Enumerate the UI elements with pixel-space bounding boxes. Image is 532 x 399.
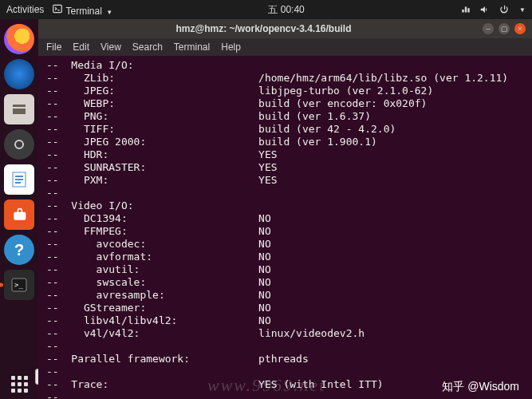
menu-file[interactable]: File (46, 41, 61, 53)
dock: ? >_ (0, 19, 38, 399)
terminal-output[interactable]: -- Media I/O: -- ZLib: /home/hmz/arm64/l… (38, 56, 532, 399)
libreoffice-writer-icon[interactable] (4, 164, 34, 195)
menu-view[interactable]: View (100, 41, 121, 53)
menu-help[interactable]: Help (221, 41, 241, 53)
thunderbird-icon[interactable] (4, 59, 34, 89)
terminal-window: hmz@hmz: ~/work/opencv-3.4.16/build – ▢ … (38, 19, 532, 399)
dropdown-icon: ▼ (519, 6, 526, 14)
menu-terminal[interactable]: Terminal (174, 41, 210, 53)
svg-rect-4 (15, 182, 21, 184)
window-title: hmz@hmz: ~/work/opencv-3.4.16/build (45, 23, 483, 34)
window-titlebar[interactable]: hmz@hmz: ~/work/opencv-3.4.16/build – ▢ … (38, 19, 532, 38)
menu-bar: File Edit View Search Terminal Help (38, 38, 532, 56)
help-icon[interactable]: ? (4, 235, 34, 265)
svg-rect-0 (53, 5, 62, 12)
menu-search[interactable]: Search (132, 41, 163, 53)
activities-button[interactable]: Activities (6, 4, 44, 15)
terminal-app-icon[interactable]: >_ (4, 270, 34, 300)
clock[interactable]: 五 00:40 (112, 3, 460, 17)
files-icon[interactable] (4, 94, 34, 124)
minimize-button[interactable]: – (483, 23, 494, 34)
rhythmbox-icon[interactable] (4, 129, 34, 160)
volume-icon[interactable] (479, 4, 491, 15)
svg-rect-3 (15, 179, 23, 180)
terminal-icon (52, 3, 63, 14)
svg-rect-2 (15, 176, 23, 177)
svg-text:>_: >_ (14, 281, 23, 289)
maximize-button[interactable]: ▢ (499, 23, 510, 34)
software-icon[interactable] (4, 200, 34, 230)
firefox-icon[interactable] (4, 24, 34, 54)
top-bar: Activities Terminal ▼ 五 00:40 ▼ (0, 0, 532, 19)
app-menu[interactable]: Terminal ▼ (52, 3, 112, 17)
dropdown-icon: ▼ (106, 9, 112, 16)
grid-icon (11, 376, 28, 393)
network-icon[interactable] (460, 4, 471, 15)
power-icon[interactable] (499, 4, 510, 15)
show-applications-button[interactable] (4, 369, 34, 399)
close-button[interactable]: × (514, 23, 526, 34)
credit: 知乎 @Wisdom (442, 380, 519, 394)
menu-edit[interactable]: Edit (73, 41, 89, 53)
